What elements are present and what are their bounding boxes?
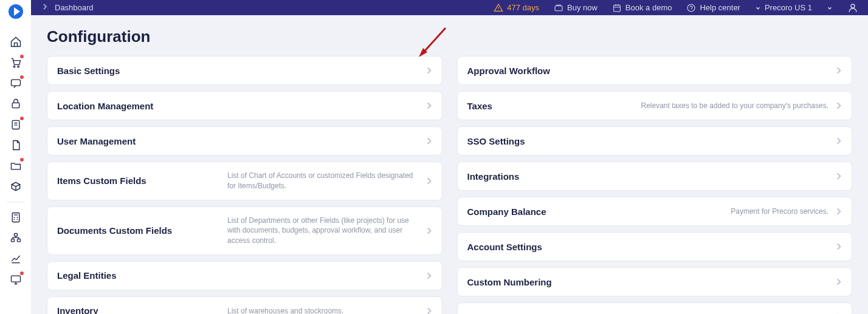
card-items-custom-fields[interactable]: Items Custom Fields List of Chart of Acc…	[47, 162, 443, 200]
card-desc: List of Chart of Accounts or customized …	[215, 171, 426, 191]
card-custom-numbering[interactable]: Custom Numbering	[457, 267, 853, 296]
card-taxes[interactable]: Taxes Relevant taxes to be added to your…	[457, 91, 853, 120]
card-sso-settings[interactable]: SSO Settings	[457, 126, 853, 155]
chevron-right-icon	[426, 271, 432, 280]
svg-rect-4	[12, 103, 19, 108]
topbar: Dashboard 477 days Buy now Book a demo H…	[0, 0, 868, 15]
card-title: SSO Settings	[467, 136, 625, 146]
svg-rect-9	[17, 239, 20, 242]
help-center-label: Help center	[700, 3, 740, 12]
svg-point-2	[17, 66, 19, 67]
logo-icon	[8, 4, 24, 19]
help-center-link[interactable]: Help center	[686, 3, 740, 13]
page-title: Configuration	[47, 27, 852, 46]
card-basic-settings[interactable]: Basic Settings	[47, 56, 443, 85]
card-title: Taxes	[467, 101, 492, 111]
card-title: Amazon Setup	[467, 312, 625, 315]
card-inventory[interactable]: Inventory List of warehouses and stockro…	[47, 296, 443, 314]
trial-warning[interactable]: 477 days	[494, 3, 539, 13]
chevron-right-icon	[426, 307, 432, 314]
card-desc: Relevant taxes to be added to your compa…	[492, 101, 836, 111]
sidebar	[0, 0, 31, 314]
trial-days: 477 days	[507, 3, 539, 12]
card-desc: List of warehouses and stockrooms.	[215, 306, 426, 314]
chevron-right-icon	[836, 242, 842, 251]
card-title: Location Management	[57, 101, 215, 111]
nav-cart-icon[interactable]	[5, 53, 27, 72]
nav-chat-icon[interactable]	[5, 74, 27, 92]
chevron-right-icon	[426, 137, 432, 145]
card-title: Basic Settings	[57, 66, 215, 76]
company-chevron-icon[interactable]	[827, 5, 833, 11]
svg-rect-10	[11, 276, 20, 282]
svg-point-1	[13, 66, 15, 67]
svg-point-14	[851, 4, 855, 8]
chevron-right-icon	[426, 101, 432, 110]
card-title: Inventory	[57, 305, 215, 314]
chevron-right-icon	[836, 172, 842, 180]
svg-rect-6	[12, 213, 19, 222]
card-title: User Management	[57, 136, 215, 146]
svg-rect-7	[14, 234, 17, 236]
card-title: Legal Entities	[57, 270, 215, 281]
breadcrumb[interactable]: Dashboard	[55, 3, 94, 12]
card-location-management[interactable]: Location Management	[47, 91, 443, 120]
nav-folder-icon[interactable]	[5, 157, 27, 175]
chevron-right-icon	[836, 137, 842, 145]
company-selector[interactable]: Precoro US 1	[755, 3, 812, 12]
config-right-column: Approval Workflow Taxes Relevant taxes t…	[457, 56, 853, 314]
nav-lock-icon[interactable]	[5, 95, 27, 113]
card-integrations[interactable]: Integrations	[457, 162, 853, 191]
card-title: Company Balance	[467, 206, 546, 217]
main-content: Configuration Basic Settings Location Ma…	[31, 15, 868, 314]
nav-box-icon[interactable]	[5, 177, 27, 196]
nav-org-icon[interactable]	[5, 229, 27, 247]
book-demo-link[interactable]: Book a demo	[612, 3, 672, 13]
card-approval-workflow[interactable]: Approval Workflow	[457, 56, 853, 85]
card-title: Items Custom Fields	[57, 176, 215, 186]
svg-rect-8	[11, 239, 14, 242]
card-account-settings[interactable]: Account Settings	[457, 232, 853, 261]
card-company-balance[interactable]: Company Balance Payment for Precoro serv…	[457, 197, 853, 226]
card-title: Account Settings	[467, 242, 625, 252]
nav-chart-icon[interactable]	[5, 250, 27, 268]
buy-now-link[interactable]: Buy now	[554, 3, 598, 13]
breadcrumb-chevron-icon	[43, 3, 47, 12]
buy-now-label: Buy now	[567, 3, 598, 12]
card-user-management[interactable]: User Management	[47, 126, 443, 155]
sidebar-divider	[7, 202, 25, 202]
user-profile-icon[interactable]	[847, 2, 858, 13]
chevron-right-icon	[836, 66, 842, 75]
card-amazon-setup[interactable]: Amazon Setup	[457, 302, 853, 314]
book-demo-label: Book a demo	[625, 3, 672, 12]
nav-file-icon[interactable]	[5, 136, 27, 154]
card-documents-custom-fields[interactable]: Documents Custom Fields List of Departme…	[47, 206, 443, 255]
chevron-right-icon	[836, 278, 842, 286]
nav-home-icon[interactable]	[5, 33, 27, 51]
svg-rect-11	[555, 5, 562, 10]
chevron-right-icon	[426, 227, 432, 235]
nav-calc-icon[interactable]	[5, 208, 27, 227]
card-title: Integrations	[467, 171, 625, 182]
card-title: Custom Numbering	[467, 277, 625, 287]
svg-rect-12	[614, 5, 621, 12]
nav-clipboard-icon[interactable]	[5, 115, 27, 134]
card-title: Approval Workflow	[467, 66, 625, 76]
config-left-column: Basic Settings Location Management User …	[47, 56, 443, 314]
card-desc: Payment for Precoro services.	[546, 206, 836, 217]
nav-monitor-icon[interactable]	[5, 270, 27, 288]
chevron-right-icon	[426, 66, 432, 75]
company-name: Precoro US 1	[765, 3, 812, 12]
chevron-right-icon	[836, 207, 842, 216]
card-title: Documents Custom Fields	[57, 225, 215, 236]
chevron-right-icon	[426, 177, 432, 185]
svg-rect-3	[11, 80, 20, 86]
card-desc: List of Departments or other Fields (lik…	[215, 216, 426, 246]
chevron-right-icon	[836, 101, 842, 110]
card-legal-entities[interactable]: Legal Entities	[47, 261, 443, 290]
